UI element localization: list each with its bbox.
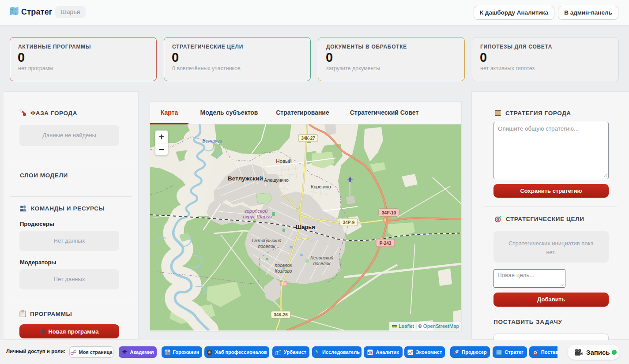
- svg-text:городской: городской: [245, 208, 268, 214]
- svg-text:34К-27: 34К-27: [301, 136, 315, 141]
- svg-text:округ Шарья: округ Шарья: [243, 214, 271, 219]
- svg-text:поселок: поселок: [313, 261, 331, 266]
- svg-text:Октябрьский: Октябрьский: [252, 238, 282, 243]
- svg-text:Корегино: Корегино: [311, 184, 331, 189]
- svg-text:Ленинский: Ленинский: [310, 255, 333, 260]
- svg-text:Шарья: Шарья: [296, 224, 315, 230]
- svg-text:Алешунино: Алешунино: [264, 177, 289, 183]
- svg-text:Ветлуга: Ветлуга: [202, 138, 222, 143]
- svg-text:поселок: поселок: [275, 263, 292, 268]
- svg-text:Р-243: Р-243: [380, 241, 392, 246]
- svg-text:34Р-9: 34Р-9: [343, 220, 355, 225]
- svg-text:34Р-10: 34Р-10: [382, 210, 396, 215]
- svg-text:Козлово: Козлово: [275, 268, 292, 274]
- svg-text:поселок: поселок: [258, 244, 275, 249]
- svg-text:Новый: Новый: [276, 158, 292, 164]
- svg-text:Ветлужский: Ветлужский: [228, 175, 263, 182]
- svg-text:34К-26: 34К-26: [274, 312, 288, 317]
